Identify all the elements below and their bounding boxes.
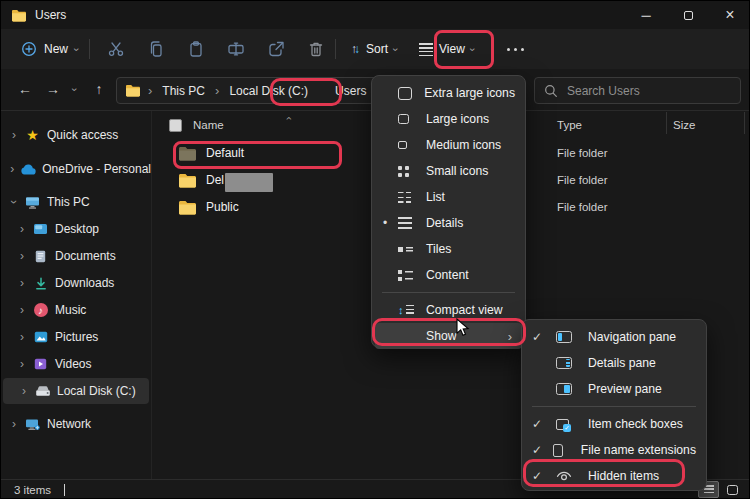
menu-item-medium-icons[interactable]: Medium icons bbox=[372, 132, 525, 158]
chevron-right-icon: › bbox=[9, 129, 19, 141]
submenu-item-hidden-items[interactable]: ✓ Hidden items bbox=[522, 463, 706, 489]
tiles-view-icon bbox=[398, 244, 426, 255]
select-all-checkbox[interactable] bbox=[169, 119, 182, 132]
close-button[interactable]: × bbox=[709, 1, 750, 29]
breadcrumb-this-pc[interactable]: This PC bbox=[159, 82, 208, 100]
list-view-icon bbox=[398, 192, 426, 203]
large-thumbnails-view-toggle[interactable] bbox=[722, 481, 743, 498]
column-header-type[interactable]: Type bbox=[557, 119, 582, 131]
extra-large-icons-icon bbox=[398, 87, 424, 100]
submenu-item-preview-pane[interactable]: Preview pane bbox=[522, 376, 706, 402]
breadcrumb-separator-icon: › bbox=[215, 84, 219, 97]
compact-view-icon bbox=[398, 305, 426, 316]
redaction-overlay bbox=[225, 173, 273, 192]
chevron-down-icon: › bbox=[467, 47, 478, 51]
sidebar-item-network[interactable]: › Network bbox=[1, 411, 151, 437]
menu-item-tiles[interactable]: Tiles bbox=[372, 236, 525, 262]
desktop-icon bbox=[32, 223, 49, 235]
copy-button[interactable] bbox=[137, 33, 175, 65]
menu-item-small-icons[interactable]: Small icons bbox=[372, 158, 525, 184]
check-icon: ✓ bbox=[532, 330, 556, 344]
cut-icon bbox=[107, 40, 125, 58]
column-divider[interactable] bbox=[666, 112, 667, 134]
sort-ascending-icon: › bbox=[283, 117, 294, 121]
sort-button[interactable]: ↑↓ Sort › bbox=[345, 33, 404, 65]
sidebar-item-music[interactable]: › ♪ Music bbox=[1, 297, 151, 323]
column-header-size[interactable]: Size bbox=[673, 119, 695, 131]
sidebar-item-videos[interactable]: › Videos bbox=[1, 351, 151, 377]
thumbnail-view-toggle-icon bbox=[727, 485, 738, 495]
sidebar-item-downloads[interactable]: › Downloads bbox=[1, 270, 151, 296]
paste-icon bbox=[187, 40, 205, 58]
sidebar-item-desktop[interactable]: › Desktop bbox=[1, 216, 151, 242]
window-title: Users bbox=[35, 8, 66, 22]
file-name: Del bbox=[206, 173, 224, 187]
rename-button[interactable] bbox=[217, 33, 255, 65]
medium-icons-icon bbox=[398, 141, 426, 149]
status-caret bbox=[64, 484, 65, 496]
document-icon bbox=[32, 250, 49, 263]
chevron-right-icon: › bbox=[9, 418, 19, 430]
menu-item-compact-view[interactable]: Compact view bbox=[372, 297, 525, 323]
breadcrumb-local-disk[interactable]: Local Disk (C:) bbox=[226, 82, 311, 100]
menu-item-details[interactable]: • Details bbox=[372, 210, 525, 236]
column-divider[interactable] bbox=[744, 112, 745, 134]
sidebar-item-quick-access[interactable]: › ★ Quick access bbox=[1, 122, 151, 148]
menu-item-list[interactable]: List bbox=[372, 184, 525, 210]
file-type: File folder bbox=[557, 174, 608, 186]
sort-button-label: Sort bbox=[366, 42, 388, 56]
chevron-right-icon: › bbox=[19, 385, 29, 397]
new-button[interactable]: New › bbox=[11, 33, 89, 65]
delete-button[interactable] bbox=[297, 33, 335, 65]
sidebar-item-local-disk-c[interactable]: › Local Disk (C:) bbox=[3, 378, 149, 404]
search-input[interactable] bbox=[567, 84, 731, 98]
chevron-right-icon: › bbox=[17, 250, 27, 262]
maximize-button[interactable] bbox=[667, 1, 709, 29]
cloud-icon bbox=[20, 164, 36, 175]
cut-button[interactable] bbox=[97, 33, 135, 65]
minimize-icon: ─ bbox=[641, 8, 650, 23]
menu-item-extra-large-icons[interactable]: Extra large icons bbox=[372, 80, 525, 106]
star-icon: ★ bbox=[24, 127, 41, 143]
music-note-icon: ♪ bbox=[32, 303, 49, 317]
more-options-button[interactable] bbox=[497, 33, 535, 65]
navigation-pane-icon bbox=[556, 331, 588, 343]
sidebar-item-this-pc[interactable]: › This PC bbox=[1, 189, 151, 215]
title-bar: Users ─ × bbox=[1, 1, 750, 29]
sidebar-item-onedrive[interactable]: › OneDrive - Personal bbox=[1, 156, 151, 182]
details-view-icon bbox=[398, 217, 426, 229]
up-button[interactable]: ↑ bbox=[87, 77, 111, 101]
file-row-default[interactable]: Default bbox=[163, 140, 363, 166]
menu-item-content[interactable]: Content bbox=[372, 262, 525, 288]
pane-divider bbox=[151, 111, 152, 479]
minimize-button[interactable]: ─ bbox=[625, 1, 667, 29]
submenu-item-details-pane[interactable]: Details pane bbox=[522, 350, 706, 376]
current-selection-bullet: • bbox=[383, 216, 387, 230]
chevron-right-icon: › bbox=[17, 277, 27, 289]
maximize-icon bbox=[684, 11, 693, 20]
menu-item-large-icons[interactable]: Large icons bbox=[372, 106, 525, 132]
breadcrumb-separator-icon: › bbox=[148, 84, 152, 97]
share-button[interactable] bbox=[257, 33, 295, 65]
column-header-name[interactable]: Name bbox=[193, 119, 224, 131]
view-button[interactable]: View › bbox=[413, 33, 480, 65]
folder-icon bbox=[178, 200, 197, 215]
chevron-down-icon: › bbox=[8, 197, 20, 207]
submenu-item-navigation-pane[interactable]: ✓ Navigation pane bbox=[522, 324, 706, 350]
submenu-item-file-name-extensions[interactable]: ✓ File name extensions bbox=[522, 437, 706, 463]
submenu-item-item-check-boxes[interactable]: ✓ Item check boxes bbox=[522, 411, 706, 437]
menu-item-show[interactable]: Show › bbox=[375, 323, 522, 349]
chevron-right-icon: › bbox=[9, 163, 15, 175]
forward-button[interactable]: → bbox=[41, 77, 65, 101]
back-button[interactable]: ← bbox=[13, 77, 37, 101]
toolbar-divider bbox=[89, 39, 90, 59]
drive-icon bbox=[34, 385, 51, 397]
sidebar-item-pictures[interactable]: › Pictures bbox=[1, 324, 151, 350]
sidebar-item-documents[interactable]: › Documents bbox=[1, 243, 151, 269]
file-row-public[interactable]: Public bbox=[163, 194, 363, 220]
paste-button[interactable] bbox=[177, 33, 215, 65]
breadcrumb-users[interactable]: Users bbox=[332, 82, 369, 100]
search-box[interactable] bbox=[534, 77, 741, 104]
recent-locations-button[interactable]: › bbox=[65, 77, 85, 101]
items-count: 3 items bbox=[14, 484, 51, 496]
